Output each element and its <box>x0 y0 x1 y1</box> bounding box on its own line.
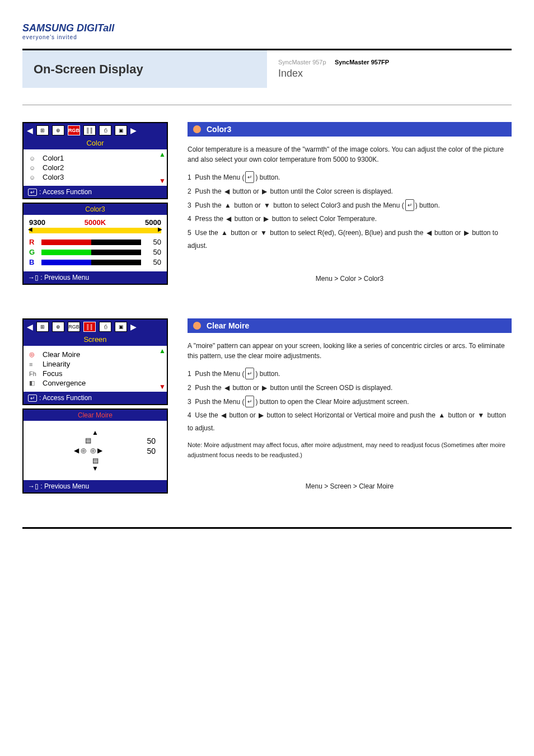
enter-icon: ↵ <box>245 396 254 407</box>
list-item[interactable]: ≡Linearity <box>29 360 161 368</box>
tab-957fp[interactable]: SyncMaster 957FP <box>335 59 389 65</box>
left-arrow-icon: ◀ <box>427 229 432 237</box>
down-arrow-icon: ▼ <box>477 411 484 419</box>
header-bar: On-Screen Display SyncMaster 957p SyncMa… <box>22 49 512 88</box>
bullet-icon <box>193 322 201 330</box>
tab-icon-color-icon[interactable]: RGB <box>68 125 80 135</box>
list-scroll-up-icon[interactable]: ▲ <box>159 347 166 355</box>
color2-icon: ☺ <box>29 165 39 171</box>
g-slider[interactable]: G50 <box>29 248 161 256</box>
tab-icon-info-icon[interactable]: ▣ <box>115 125 127 135</box>
v-moire-icon: ▤ <box>92 457 99 464</box>
tab-icon-screen-icon[interactable]: ║║ <box>83 322 96 332</box>
tab-icon-advanced-icon[interactable]: ⎙ <box>99 125 111 135</box>
osd-tabs: ◀ ⊞ ⊕ RGB ║║ ⎙ ▣ ▶ <box>24 123 167 138</box>
osd-tabs: ◀ ⊞ ⊕ RGB ║║ ⎙ ▣ ▶ <box>24 320 167 334</box>
color3-icon: ☺ <box>29 174 39 181</box>
index-link[interactable]: Index <box>278 68 500 79</box>
linearity-icon: ≡ <box>29 361 39 368</box>
list-item[interactable]: ☺Color3 <box>29 173 161 181</box>
h-moire-icon: ◎ <box>90 447 96 454</box>
tab-icon-position-icon[interactable]: ⊞ <box>36 125 49 135</box>
step-5: 5 Use the ▲ button or ▼ button to select… <box>188 227 512 252</box>
divider <box>22 105 512 105</box>
osd-panel-title: Color <box>24 138 167 149</box>
list-item[interactable]: ◎Clear Moire <box>29 350 161 359</box>
tabs-right-arrow[interactable]: ▶ <box>130 126 137 135</box>
page-title: On-Screen Display <box>34 62 143 77</box>
step-3: 3 Push the Menu (↵) button to open the C… <box>188 396 512 408</box>
down-arrow-icon: ▼ <box>264 201 270 209</box>
step-4: 4 Use the ◀ button or ▶ button to select… <box>188 409 512 435</box>
tab-957p[interactable]: SyncMaster 957p <box>278 59 326 65</box>
list-scroll-down-icon[interactable]: ▼ <box>159 177 166 185</box>
footer-divider <box>22 527 512 529</box>
section-description: A "moire" pattern can appear on your scr… <box>188 341 512 361</box>
left-arrow-icon: ◀ <box>74 447 79 454</box>
enter-icon: ↵ <box>28 189 37 196</box>
up-arrow-icon: ▲ <box>92 429 99 436</box>
left-arrow-icon: ◀ <box>224 187 229 195</box>
access-function-hint: ↵: Access Function <box>24 392 167 404</box>
tab-icon-advanced-icon[interactable]: ⎙ <box>99 322 111 332</box>
list-scroll-up-icon[interactable]: ▲ <box>159 151 166 158</box>
osd-panel-title: Screen <box>24 334 167 346</box>
up-arrow-icon: ▲ <box>221 229 228 237</box>
tab-icon-screen-icon[interactable]: ║║ <box>83 125 96 135</box>
tab-icon-info-icon[interactable]: ▣ <box>115 322 127 332</box>
r-slider[interactable]: R50 <box>29 238 161 246</box>
list-item[interactable]: ☺Color2 <box>29 163 161 172</box>
section-description: Color temperature is a measure of the "w… <box>188 144 512 165</box>
scale-5000k: 5000K <box>85 218 106 227</box>
osd-moire-subpanel: Clear Moire ▲▤50 ◀ ◎ ◎ ▶50 ▤▼ →▯ : Previ… <box>22 408 168 494</box>
v-moire-control-down[interactable]: ▤▼ <box>29 457 161 472</box>
h-moire-icon: ◎ <box>81 447 86 454</box>
v-moire-control[interactable]: ▲▤50 <box>29 429 161 444</box>
b-slider[interactable]: B50 <box>29 258 161 266</box>
list-scroll-down-icon[interactable]: ▼ <box>159 383 166 391</box>
logo-tagline: everyone's invited <box>22 34 512 40</box>
tabs-left-arrow[interactable]: ◀ <box>27 126 33 135</box>
list-item[interactable]: ◧Convergence <box>29 379 161 387</box>
step-3: 3 Push the ▲ button or ▼ button to selec… <box>188 199 512 212</box>
breadcrumb: Menu > Color > Color3 <box>188 275 512 283</box>
down-arrow-icon: ▼ <box>260 229 267 237</box>
clear-moire-icon: ◎ <box>29 351 39 358</box>
step-1: 1 Push the Menu (↵) button. <box>188 368 512 381</box>
tab-icon-color-icon[interactable]: RGB <box>68 322 80 332</box>
h-moire-control[interactable]: ◀ ◎ ◎ ▶50 <box>29 447 161 454</box>
enter-icon: ↵ <box>28 395 37 402</box>
tab-icon-position-icon[interactable]: ⊞ <box>36 322 49 332</box>
list-item[interactable]: ☺Color1 <box>29 154 161 162</box>
enter-icon: ↵ <box>245 171 254 183</box>
scale-9300: 9300 <box>29 218 45 227</box>
step-1: 1 Push the Menu (↵) button. <box>188 171 512 184</box>
logo: SAMSUNG DIGITall everyone's invited <box>22 22 512 40</box>
tab-icon-geometry-icon[interactable]: ⊕ <box>52 125 64 135</box>
up-arrow-icon: ▲ <box>438 411 445 419</box>
right-arrow-icon: ▶ <box>262 384 267 392</box>
breadcrumb: Menu > Screen > Clear Moire <box>188 482 512 490</box>
tabs-right-arrow[interactable]: ▶ <box>130 322 137 331</box>
tab-icon-geometry-icon[interactable]: ⊕ <box>52 322 64 332</box>
section-heading: Color3 <box>188 122 512 137</box>
osd-color-panel: ◀ ⊞ ⊕ RGB ║║ ⎙ ▣ ▶ Color ▲ ▼ ☺Color1 ☺Co… <box>22 122 168 199</box>
bullet-icon <box>193 125 201 133</box>
section-title: Color3 <box>207 125 231 134</box>
osd-screen-panel: ◀ ⊞ ⊕ RGB ║║ ⎙ ▣ ▶ Screen ▲ ▼ ◎Clear Moi… <box>22 318 168 405</box>
left-arrow-icon: ◀ <box>224 384 229 392</box>
convergence-icon: ◧ <box>29 379 39 387</box>
left-arrow-icon: ◀ <box>221 411 226 419</box>
step-4: 4 Press the ◀ button or ▶ button to sele… <box>188 213 512 226</box>
enter-icon: ↵ <box>405 199 414 211</box>
tabs-left-arrow[interactable]: ◀ <box>27 322 33 331</box>
scale-5000: 5000 <box>145 218 161 227</box>
temperature-slider[interactable] <box>29 228 161 233</box>
up-arrow-icon: ▲ <box>224 201 231 209</box>
section-title: Clear Moire <box>207 321 249 330</box>
list-item[interactable]: FhFocus <box>29 369 161 378</box>
step-2: 2 Push the ◀ button or ▶ button until th… <box>188 382 512 395</box>
subpanel-title: Clear Moire <box>24 410 167 421</box>
enter-icon: ↵ <box>245 368 254 379</box>
temperature-scale: 9300 5000K 5000 <box>29 218 161 227</box>
